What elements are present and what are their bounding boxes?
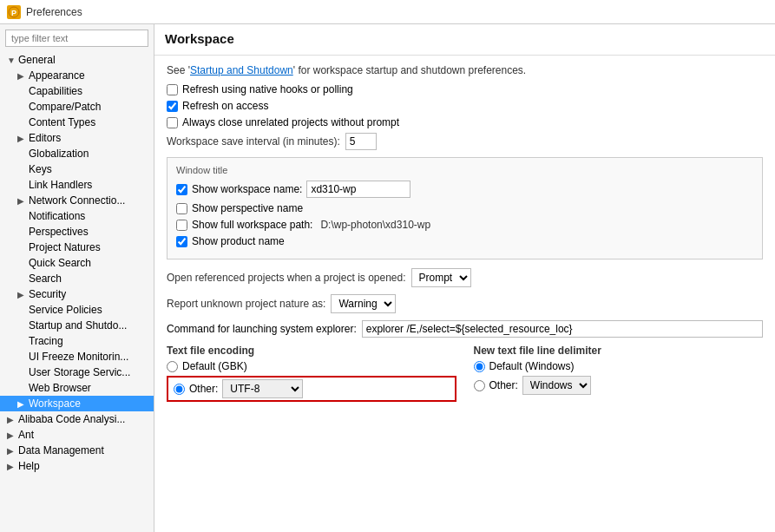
tree-item-service-policies[interactable]: Service Policies [0,302,154,318]
show-perspective-name-label: Show perspective name [192,202,303,214]
tree-item-appearance[interactable]: ▶Appearance [0,68,154,83]
command-explorer-input[interactable] [362,320,763,338]
tree-label-keys: Keys [29,163,52,175]
tree-label-ant: Ant [18,429,34,441]
tree-item-search[interactable]: Search [0,271,154,286]
report-unknown-select[interactable]: Warning Error Ignore [331,294,396,313]
line-delim-default-row: Default (Windows) [474,360,764,372]
desc-prefix: See ' [167,64,190,76]
tree-item-perspectives[interactable]: Perspectives [0,224,154,240]
show-product-name-label: Show product name [192,235,285,247]
tree-label-notifications: Notifications [29,210,85,222]
tree-item-security[interactable]: ▶Security [0,286,154,302]
full-path-value: D:\wp-photon\xd310-wp [320,219,430,231]
open-referenced-select[interactable]: Prompt Always Never [411,268,471,287]
line-delim-other-select[interactable]: Windows Unix Mac [522,376,591,395]
show-product-name-row: Show product name [176,235,753,247]
filter-input[interactable] [5,30,148,47]
tree-label-tracing: Tracing [29,335,63,347]
tree-item-content-types[interactable]: Content Types [0,115,154,130]
tree-item-help[interactable]: ▶Help [0,458,154,474]
refresh-access-checkbox[interactable] [167,101,178,112]
tree-label-quick-search: Quick Search [29,257,91,269]
tree-label-perspectives: Perspectives [29,226,89,238]
line-delim-other-label: Other: [489,379,518,391]
tree-item-workspace[interactable]: ▶Workspace [0,396,154,411]
encoding-default-label: Default (GBK) [182,360,247,372]
encoding-default-row: Default (GBK) [167,360,456,372]
tree-label-data-management: Data Management [18,444,104,456]
save-interval-input[interactable] [345,133,377,150]
page-title: Workspace [165,31,765,46]
line-delim-default-radio[interactable] [474,361,485,372]
tree-item-link-handlers[interactable]: Link Handlers [0,177,154,193]
right-content: See 'Startup and Shutdown' for workspace… [154,56,775,532]
tree-item-keys[interactable]: Keys [0,161,154,177]
chevron-appearance: ▶ [17,71,26,81]
close-unrelated-label: Always close unrelated projects without … [182,116,399,128]
show-perspective-name-checkbox[interactable] [176,203,187,214]
tree-item-capabilities[interactable]: Capabilities [0,83,154,99]
tree-item-quick-search[interactable]: Quick Search [0,255,154,271]
window-title-section-label: Window title [176,165,753,175]
tree-item-compare-patch[interactable]: Compare/Patch [0,99,154,115]
native-hooks-label: Refresh using native hooks or polling [182,83,353,95]
line-delim-other-radio[interactable] [474,380,485,391]
app-icon: P [7,5,21,19]
tree-item-web-browser[interactable]: Web Browser [0,380,154,396]
tree-item-alibaba[interactable]: ▶Alibaba Code Analysi... [0,411,154,427]
tree-label-general: General [18,54,56,66]
tree-item-data-management[interactable]: ▶Data Management [0,443,154,458]
tree-item-network-connections[interactable]: ▶Network Connectio... [0,193,154,208]
chevron-workspace: ▶ [17,399,26,409]
startup-shutdown-link[interactable]: Startup and Shutdown [190,64,293,76]
encoding-box: Text file encoding Default (GBK) Other: … [167,345,456,402]
encoding-other-select[interactable]: UTF-8 UTF-16 ISO-8859-1 GBK [222,379,303,398]
line-delim-other-row: Other: Windows Unix Mac [474,376,764,395]
chevron-alibaba: ▶ [7,415,16,424]
window-title: Preferences [26,6,82,18]
show-perspective-name-row: Show perspective name [176,202,753,214]
encoding-default-radio[interactable] [167,361,178,372]
tree-label-compare-patch: Compare/Patch [29,101,101,113]
chevron-help: ▶ [7,462,16,471]
window-title-section: Window title Show workspace name: Show p… [167,157,763,259]
tree-item-user-storage[interactable]: User Storage Servic... [0,365,154,380]
encoding-title: Text file encoding [167,345,456,357]
native-hooks-checkbox[interactable] [167,84,178,95]
tree-label-content-types: Content Types [29,116,95,128]
description-line: See 'Startup and Shutdown' for workspace… [167,64,763,76]
tree-label-globalization: Globalization [29,148,89,160]
encoding-other-radio[interactable] [174,384,185,395]
chevron-ant: ▶ [7,430,16,440]
tree-item-general[interactable]: ▼General [0,52,154,68]
tree-label-appearance: Appearance [29,69,85,82]
tree-item-tracing[interactable]: Tracing [0,333,154,349]
close-unrelated-checkbox[interactable] [167,117,178,128]
tree-label-search: Search [29,273,62,285]
refresh-access-row: Refresh on access [167,100,763,112]
tree-label-alibaba: Alibaba Code Analysi... [18,413,125,425]
tree-item-project-natures[interactable]: Project Natures [0,240,154,255]
tree-container: ▼General▶AppearanceCapabilitiesCompare/P… [0,52,154,532]
chevron-editors: ▶ [17,134,26,143]
line-delim-default-label: Default (Windows) [489,360,575,372]
show-full-path-checkbox[interactable] [176,220,187,231]
show-full-path-label: Show full workspace path: [192,219,312,231]
show-product-name-checkbox[interactable] [176,236,187,247]
tree-label-link-handlers: Link Handlers [29,179,92,191]
show-workspace-name-checkbox[interactable] [176,184,187,195]
tree-item-editors[interactable]: ▶Editors [0,130,154,146]
tree-item-globalization[interactable]: Globalization [0,146,154,161]
tree-item-startup-shutdown[interactable]: Startup and Shutdo... [0,318,154,333]
right-panel: Workspace See 'Startup and Shutdown' for… [154,24,775,532]
save-interval-row: Workspace save interval (in minutes): [167,133,763,150]
workspace-name-input[interactable] [306,181,410,198]
tree-item-ant[interactable]: ▶Ant [0,427,154,443]
tree-label-user-storage: User Storage Servic... [29,366,130,378]
tree-item-notifications[interactable]: Notifications [0,208,154,224]
tree-item-ui-freeze[interactable]: UI Freeze Monitorin... [0,349,154,365]
tree-label-security: Security [29,288,66,300]
native-hooks-row: Refresh using native hooks or polling [167,83,763,95]
tree-label-ui-freeze: UI Freeze Monitorin... [29,351,128,363]
